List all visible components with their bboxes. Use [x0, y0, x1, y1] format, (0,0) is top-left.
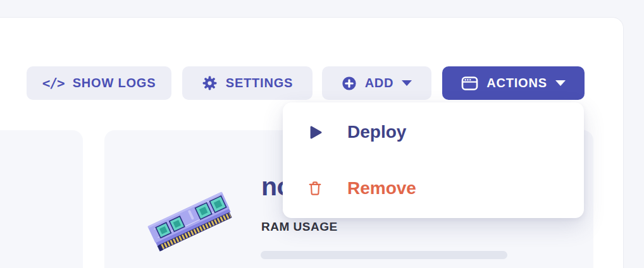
actions-label: ACTIONS — [486, 76, 547, 90]
settings-button[interactable]: SETTINGS — [182, 66, 313, 100]
settings-label: SETTINGS — [226, 76, 293, 90]
code-icon: </> — [42, 76, 65, 91]
ram-usage-progress-track — [261, 251, 507, 259]
actions-dropdown-menu: Deploy Remove — [283, 102, 584, 218]
gear-icon — [202, 75, 218, 91]
trash-icon — [308, 180, 322, 197]
ram-usage-label: RAM USAGE — [261, 220, 338, 234]
server-card-partial — [0, 130, 83, 268]
content-panel: </> SHOW LOGS SETTINGS ADD — [0, 17, 624, 268]
show-logs-button[interactable]: </> SHOW LOGS — [27, 66, 171, 100]
chevron-down-icon — [402, 80, 412, 86]
chevron-down-icon — [555, 80, 566, 86]
menu-item-remove[interactable]: Remove — [283, 169, 584, 208]
actions-button[interactable]: ACTIONS — [442, 66, 585, 100]
add-button[interactable]: ADD — [322, 66, 431, 100]
menu-item-deploy-label: Deploy — [347, 122, 406, 142]
ram-stick-illustration — [140, 171, 235, 262]
add-label: ADD — [365, 76, 394, 90]
play-icon — [308, 124, 323, 141]
show-logs-label: SHOW LOGS — [73, 76, 156, 90]
menu-item-deploy[interactable]: Deploy — [283, 113, 584, 152]
window-icon — [461, 76, 478, 91]
plus-circle-icon — [342, 76, 357, 91]
menu-item-remove-label: Remove — [347, 178, 416, 198]
